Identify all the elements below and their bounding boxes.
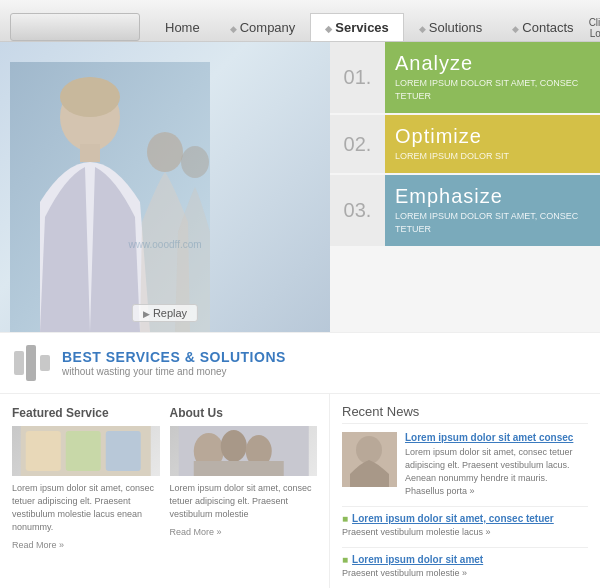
best-services-bar: BEST SERVICES & SOLUTIONS without wastin… [0,332,600,394]
featured-text: Lorem ipsum dolor sit amet, consec tetue… [12,482,160,534]
about-text: Lorem ipsum dolor sit amet, consec tetue… [170,482,318,521]
news-content-1: Lorem ipsum dolor sit amet consec Lorem … [405,432,588,498]
client-login-link[interactable]: ▶ Client Login [589,6,600,39]
service-title-3: Emphasize [395,185,590,208]
about-read-more[interactable]: Read More » [170,527,318,537]
news-item-1: Lorem ipsum dolor sit amet consec Lorem … [342,432,588,498]
nav-services-arrow: ◆ [325,24,332,34]
nav-company-label: Company [240,20,296,35]
watermark: www.ooodff.com [128,238,201,252]
featured-service-card: Featured Service Lorem ipsum dolor sit a… [12,406,160,588]
nav-solutions-label: Solutions [429,20,482,35]
service-num-1: 01. [330,42,385,113]
replay-button[interactable]: ▶Replay [132,304,198,322]
service-desc-3: LOREM IPSUM DOLOR SIT AMET, CONSEC TETUE… [395,210,590,236]
news-title-2[interactable]: Lorem ipsum dolor sit amet, consec tetue… [352,513,554,524]
about-title: About Us [170,406,318,420]
client-login-label: ▶ Client Login [589,6,600,39]
nav-home[interactable]: Home [150,13,215,41]
service-title-2: Optimize [395,125,590,148]
svg-rect-7 [26,345,36,381]
nav-home-label: Home [165,20,200,35]
services-panel: 01. Analyze LOREM IPSUM DOLOR SIT AMET, … [330,42,600,332]
nav-solutions-arrow: ◆ [419,24,426,34]
replay-label: Replay [153,307,187,319]
recent-news-title: Recent News [342,404,588,424]
news-item-2: ■Lorem ipsum dolor sit amet, consec tetu… [342,506,588,539]
about-image [170,426,318,476]
nav-services-label: Services [335,20,389,35]
nav-company[interactable]: ◆Company [215,13,311,41]
news-text-2: Praesent vestibulum molestie lacus » [342,526,588,539]
best-services-text: BEST SERVICES & SOLUTIONS without wastin… [62,349,286,377]
gear-icon [12,343,52,383]
header: Home ◆Company ◆Services ◆Solutions ◆Cont… [0,0,600,42]
nav-company-arrow: ◆ [230,24,237,34]
svg-point-19 [356,436,382,464]
bottom-section: Featured Service Lorem ipsum dolor sit a… [0,394,600,588]
recent-news-panel: Recent News Lorem ipsum dolor sit amet c… [330,394,600,588]
svg-rect-12 [106,431,141,471]
svg-rect-10 [26,431,61,471]
main-wrapper: www.ooodff.com ▶Replay 01. Analyze LOREM… [0,42,600,332]
svg-rect-17 [193,461,283,476]
service-title-1: Analyze [395,52,590,75]
nav-services[interactable]: ◆Services [310,13,404,41]
service-desc-1: LOREM IPSUM DOLOR SIT AMET, CONSEC TETUE… [395,77,590,103]
service-number-1: 01. [344,66,372,89]
service-content-3: Emphasize LOREM IPSUM DOLOR SIT AMET, CO… [385,175,600,246]
service-number-2: 02. [344,133,372,156]
bottom-left-cards: Featured Service Lorem ipsum dolor sit a… [0,394,330,588]
service-row-3: 03. Emphasize LOREM IPSUM DOLOR SIT AMET… [330,175,600,246]
news-text-1: Lorem ipsum dolor sit amet, consec tetue… [405,446,588,498]
svg-rect-3 [80,144,100,162]
service-content-1: Analyze LOREM IPSUM DOLOR SIT AMET, CONS… [385,42,600,113]
best-services-heading: BEST SERVICES & SOLUTIONS [62,349,286,365]
news-title-3[interactable]: Lorem ipsum dolor sit amet [352,554,483,565]
news-text-3: Praesent vestibulum molestie » [342,567,588,580]
hero-person-image [10,62,210,332]
service-number-3: 03. [344,199,372,222]
logo [10,13,140,41]
svg-rect-6 [14,351,24,375]
svg-point-5 [181,146,209,178]
featured-image [12,426,160,476]
svg-point-15 [220,430,246,462]
service-row-1: 01. Analyze LOREM IPSUM DOLOR SIT AMET, … [330,42,600,113]
best-services-subtext: without wasting your time and money [62,366,286,377]
news-title-1[interactable]: Lorem ipsum dolor sit amet consec [405,432,588,443]
svg-point-2 [60,77,120,117]
nav-solutions[interactable]: ◆Solutions [404,13,497,41]
hero-section: www.ooodff.com ▶Replay [0,42,330,332]
svg-rect-8 [40,355,50,371]
main-nav: Home ◆Company ◆Services ◆Solutions ◆Cont… [150,13,589,41]
featured-read-more[interactable]: Read More » [12,540,160,550]
service-row-2: 02. Optimize LOREM IPSUM DOLOR SIT [330,115,600,173]
nav-contacts-label: Contacts [522,20,573,35]
news-bullet-2: ■ [342,513,348,524]
service-content-2: Optimize LOREM IPSUM DOLOR SIT [385,115,600,173]
svg-point-4 [147,132,183,172]
service-desc-2: LOREM IPSUM DOLOR SIT [395,150,590,163]
news-bullet-3: ■ [342,554,348,565]
nav-contacts-arrow: ◆ [512,24,519,34]
news-image-1 [342,432,397,487]
service-num-2: 02. [330,115,385,173]
featured-title: Featured Service [12,406,160,420]
svg-rect-11 [66,431,101,471]
replay-arrow-icon: ▶ [143,309,150,319]
news-item-3: ■Lorem ipsum dolor sit amet Praesent ves… [342,547,588,580]
nav-contacts[interactable]: ◆Contacts [497,13,588,41]
service-num-3: 03. [330,175,385,246]
about-us-card: About Us Lorem ipsum dolor sit amet, con… [170,406,318,588]
